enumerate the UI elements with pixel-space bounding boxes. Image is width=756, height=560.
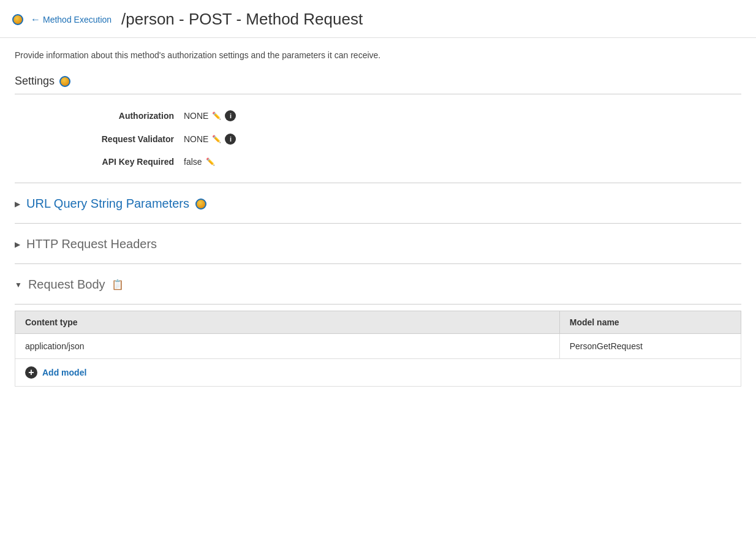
page-header: ← Method Execution /person - POST - Meth… xyxy=(0,0,756,38)
settings-divider xyxy=(15,94,741,94)
request-validator-label: Request Validator xyxy=(51,134,174,144)
url-query-section: ▶ URL Query String Parameters xyxy=(15,189,741,217)
authorization-text: NONE xyxy=(184,111,208,121)
page-title: /person - POST - Method Request xyxy=(121,10,363,29)
api-key-value: false ✏️ xyxy=(184,157,215,167)
http-headers-title: HTTP Request Headers xyxy=(26,237,157,251)
table-header-row: Content type Model name xyxy=(15,311,741,334)
clipboard-icon: 📋 xyxy=(112,279,124,290)
authorization-row: Authorization NONE ✏️ i xyxy=(51,110,741,121)
request-validator-row: Request Validator NONE ✏️ i xyxy=(51,134,741,145)
http-headers-header[interactable]: ▶ HTTP Request Headers xyxy=(15,230,741,257)
http-headers-collapse-icon: ▶ xyxy=(15,240,20,249)
table-row: application/json PersonGetRequest xyxy=(15,334,741,359)
settings-title: Settings xyxy=(15,75,55,88)
request-body-header[interactable]: ▼ Request Body 📋 xyxy=(15,270,741,298)
url-query-collapse-icon: ▶ xyxy=(15,200,20,208)
main-content: Provide information about this method's … xyxy=(0,38,756,399)
settings-header: Settings xyxy=(15,75,741,88)
url-query-dot xyxy=(195,199,206,210)
table-body: application/json PersonGetRequest xyxy=(15,334,741,359)
request-validator-edit-icon[interactable]: ✏️ xyxy=(212,135,221,143)
request-body-title: Request Body xyxy=(28,278,105,292)
divider-after-settings xyxy=(15,183,741,183)
content-type-cell: application/json xyxy=(15,334,560,359)
authorization-info-icon[interactable]: i xyxy=(225,110,236,121)
back-arrow-icon: ← xyxy=(31,14,40,25)
table-head: Content type Model name xyxy=(15,311,741,334)
request-body-table: Content type Model name application/json… xyxy=(15,311,741,359)
url-query-title: URL Query String Parameters xyxy=(26,197,189,211)
add-model-button[interactable]: Add model xyxy=(42,368,86,377)
settings-dot xyxy=(59,76,70,87)
api-key-edit-icon[interactable]: ✏️ xyxy=(206,157,215,166)
request-validator-value: NONE ✏️ i xyxy=(184,134,236,145)
back-link[interactable]: ← Method Execution xyxy=(31,14,112,25)
authorization-label: Authorization xyxy=(51,111,174,121)
api-key-text: false xyxy=(184,157,202,167)
divider-after-url-query xyxy=(15,223,741,224)
content-type-header: Content type xyxy=(15,311,560,334)
url-query-header[interactable]: ▶ URL Query String Parameters xyxy=(15,189,741,217)
description-text: Provide information about this method's … xyxy=(15,50,741,60)
api-key-row: API Key Required false ✏️ xyxy=(51,157,741,167)
request-validator-info-icon[interactable]: i xyxy=(225,134,236,145)
request-validator-text: NONE xyxy=(184,134,208,144)
settings-fields: Authorization NONE ✏️ i Request Validato… xyxy=(15,100,741,176)
authorization-value: NONE ✏️ i xyxy=(184,110,236,121)
authorization-edit-icon[interactable]: ✏️ xyxy=(212,112,221,120)
page-wrapper: ← Method Execution /person - POST - Meth… xyxy=(0,0,756,560)
request-body-collapse-icon: ▼ xyxy=(15,281,22,289)
model-name-cell: PersonGetRequest xyxy=(559,334,741,359)
back-label: Method Execution xyxy=(43,15,112,25)
divider-after-http-headers xyxy=(15,263,741,264)
add-model-icon[interactable]: + xyxy=(25,366,37,379)
request-body-section: ▼ Request Body 📋 Content type Model name… xyxy=(15,270,741,387)
model-name-header: Model name xyxy=(559,311,741,334)
divider-before-table xyxy=(15,304,741,305)
header-dot xyxy=(12,14,23,25)
settings-section: Settings Authorization NONE ✏️ i Request… xyxy=(15,75,741,176)
api-key-label: API Key Required xyxy=(51,157,174,167)
http-headers-section: ▶ HTTP Request Headers xyxy=(15,230,741,257)
add-model-row: + Add model xyxy=(15,359,741,387)
